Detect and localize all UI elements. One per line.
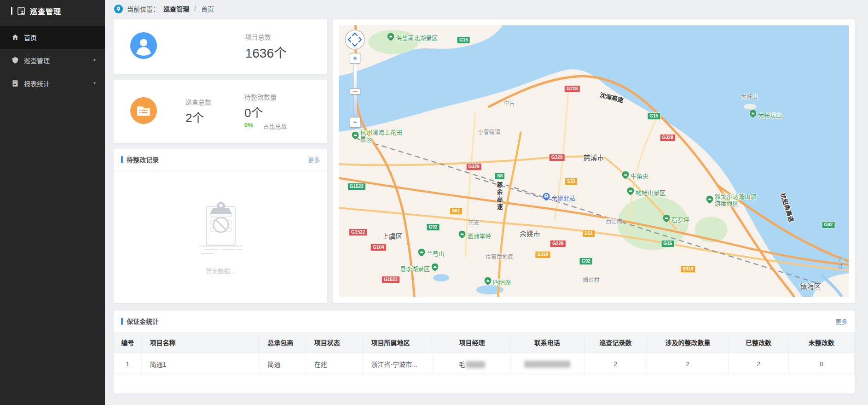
chevron-down-icon: ▼ [93, 59, 97, 62]
table-cell [510, 353, 584, 375]
pending-records-more-link[interactable]: 更多 [308, 155, 320, 164]
map-label: 姆岭村 [583, 275, 599, 283]
map-label: 镇海区 [800, 281, 821, 291]
inspection-logo-icon [17, 6, 26, 16]
map-label: 皂李湖景区 [400, 263, 439, 273]
inspection-total-value: 2个 [185, 108, 211, 125]
breadcrumb-separator: / [194, 5, 196, 12]
scenic-pin-icon [622, 171, 629, 181]
map-label: 石罗坪 [663, 214, 689, 224]
sidebar-item-label: 首页 [24, 33, 37, 42]
sidebar-item-label: 报表统计 [24, 79, 50, 88]
map-pan-control[interactable] [344, 29, 365, 52]
column-header: 项目名称 [141, 332, 259, 353]
map-label: 小曹娥镇 [478, 127, 500, 135]
inspection-folder-icon [130, 97, 157, 126]
table-body: 1简通1简通在建浙江省-宁波市...毛2220 [114, 353, 855, 375]
map-label: G329 [549, 154, 565, 161]
empty-clipboard-icon [186, 198, 255, 259]
station-pin-icon [543, 193, 550, 203]
scenic-pin-icon [627, 187, 634, 197]
map-label: 泗洲堂岭 [458, 230, 491, 241]
table-cell: 浙江省-宁波市... [363, 353, 434, 375]
map-label: G15 [457, 36, 470, 44]
column-header: 联系电话 [510, 332, 584, 353]
map-label: 南宏 [469, 218, 480, 226]
location-pin-icon [114, 5, 123, 13]
deposit-stats-more-link[interactable]: 更多 [835, 317, 847, 326]
breadcrumb-prefix: 当前位置： [127, 4, 159, 13]
map-label: 海盐南北湖景区 [387, 33, 438, 43]
stats-column: 项目总数 1636个 巡查总数 2个 [114, 19, 327, 303]
content: 项目总数 1636个 巡查总数 2个 [105, 18, 868, 405]
pending-percent-label: 占比总数 [263, 122, 287, 130]
empty-state: 暂无数据... [114, 170, 327, 303]
sidebar-menu: 首页巡查管理▼报表统计▼ [0, 22, 105, 95]
table-header-row: 编号项目名称总承包商项目状态项目所属地区项目经理联系电话巡查记录数涉及的整改数量… [114, 332, 855, 353]
breadcrumb-section[interactable]: 巡查管理 [163, 4, 189, 13]
sidebar-item-0[interactable]: 首页 [0, 26, 105, 49]
map-label: G92 [579, 258, 593, 265]
map-label: G1522 [382, 276, 400, 283]
map-label: 中片 [504, 99, 515, 106]
map-label: S8 [495, 172, 505, 180]
map-label: 大姝山 [741, 92, 758, 100]
pending-count-label: 待整改数量 [244, 92, 287, 101]
map-label: 四明湖 [484, 277, 511, 287]
zoom-in-button[interactable]: + [350, 53, 360, 64]
map-label: 大长坛山 [749, 110, 782, 120]
table-cell: 2 [729, 353, 788, 375]
map-label: 慈余高速 [495, 182, 504, 211]
inspection-total-label: 巡查总数 [185, 97, 211, 106]
user-avatar-icon [130, 32, 157, 61]
map-label: G92 [427, 223, 440, 231]
sidebar-item-2[interactable]: 报表统计▼ [0, 72, 105, 95]
project-total-card: 项目总数 1636个 [114, 19, 327, 74]
table-row: 1简通1简通在建浙江省-宁波市...毛2220 [114, 353, 855, 375]
table-cell: 1 [114, 353, 142, 375]
breadcrumb-current[interactable]: 首页 [201, 4, 214, 13]
scenic-pin-icon [663, 214, 670, 224]
zoom-slider-handle[interactable] [350, 88, 360, 94]
section-accent-bar [121, 156, 123, 163]
scenic-pin-icon [458, 230, 466, 241]
redacted-value [524, 361, 570, 368]
map-label: 余姚北站 [543, 193, 575, 203]
column-header: 项目所属地区 [363, 332, 434, 353]
home-icon [12, 34, 19, 41]
pending-percent: 0% [244, 122, 253, 130]
map-label: G104 [370, 244, 386, 251]
zoom-slider-track[interactable] [353, 63, 357, 117]
project-total-label: 项目总数 [245, 32, 287, 41]
map-label: G228 [550, 240, 566, 247]
map-label: 烂莆岙地底 [486, 252, 513, 260]
zoom-out-button[interactable]: − [350, 117, 360, 128]
map-label: 慈溪市 [583, 152, 604, 162]
map-zoom-control: + − [350, 53, 360, 128]
map-labels: 慈溪市余姚市上虞区镇海区中片小曹娥镇大姝山西山岗南宏烂莆岙地底姆岭村海盐南北湖景… [339, 25, 849, 297]
pending-records-card: 待整改记录 更多 [114, 149, 327, 303]
scenic-pin-icon [387, 33, 394, 43]
deposit-stats-card: 保证金统计 更多 编号项目名称总承包商项目状态项目所属地区项目经理联系电话巡查记… [114, 311, 855, 393]
map-label: 杭绍甬高速 [779, 192, 796, 223]
column-header: 编号 [114, 332, 142, 353]
map-label: G92 [822, 221, 835, 229]
map-label: S318 [535, 251, 550, 258]
column-header: 项目状态 [306, 332, 363, 353]
breadcrumb: 当前位置： 巡查管理 / 首页 [105, 0, 868, 18]
chevron-down-icon: ▼ [93, 82, 97, 85]
map-label: G15 [647, 112, 660, 120]
logo-accent-bar [11, 7, 12, 15]
table-cell: 简通 [259, 353, 306, 375]
column-header: 总承包商 [259, 332, 306, 353]
inspection-stats-card: 巡查总数 2个 待整改数量 0个 0% 占比总数 [114, 80, 327, 143]
map-label: 雅戈尔达蓬山旅游度假区 [706, 194, 759, 207]
map-label: 沈海高速 [599, 90, 624, 105]
map-label: S319 [680, 265, 695, 273]
column-header: 巡查记录数 [584, 332, 647, 353]
sidebar-item-1[interactable]: 巡查管理▼ [0, 49, 105, 72]
map-canvas[interactable]: 慈溪市余姚市上虞区镇海区中片小曹娥镇大姝山西山岗南宏烂莆岙地底姆岭村海盐南北湖景… [339, 25, 849, 297]
scenic-pin-icon [484, 277, 492, 287]
map-label: G329 [466, 163, 481, 170]
column-header: 已整改数 [729, 332, 788, 353]
